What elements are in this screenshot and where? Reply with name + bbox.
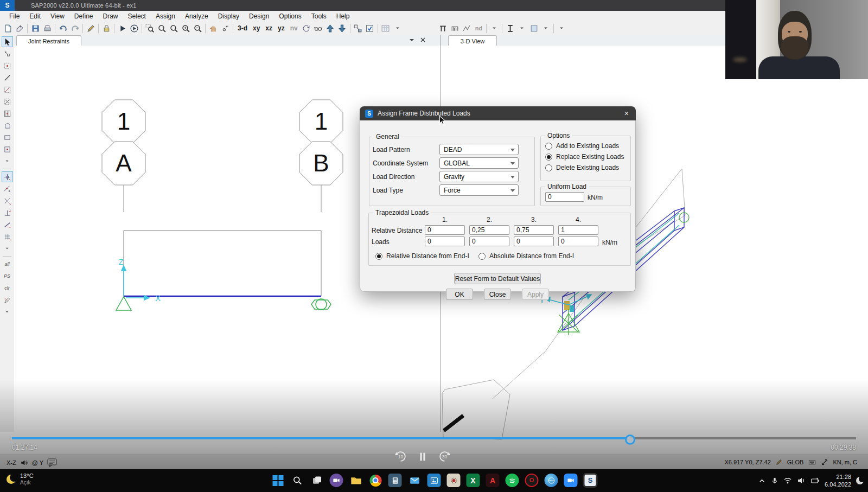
undo-icon[interactable] [57,23,69,34]
calculator-icon[interactable] [388,474,402,487]
snap-midpoints-icon[interactable] [2,183,13,194]
taskbar-clock[interactable]: 21:28 6.04.2022 [825,473,851,489]
rubber-band-zoom-icon[interactable] [144,23,156,34]
menu-design[interactable]: Design [244,11,274,21]
add-to-existing-loads-radio[interactable]: Add to Existing Loads [545,142,619,150]
relative-distance-1-input[interactable] [425,225,465,235]
snap-intersections-icon[interactable] [2,195,13,206]
file-explorer-icon[interactable] [349,474,363,487]
mail-icon[interactable] [408,474,422,487]
roller-support[interactable] [316,299,327,310]
print-icon[interactable] [41,23,53,34]
spotify-icon[interactable] [506,474,519,487]
relative-distance-from-end-i-radio[interactable]: Relative Distance from End-I [375,252,469,260]
draw-brace-icon[interactable] [461,23,473,34]
draw-wall-icon[interactable] [449,23,461,34]
menu-select[interactable]: Select [123,11,151,21]
video-progress-handle[interactable] [625,435,635,445]
quick-draw-frame-icon[interactable] [2,84,13,95]
view-nv-button[interactable]: nv [288,24,301,32]
absolute-distance-from-end-i-radio[interactable]: Absolute Distance from End-I [478,252,574,260]
zoom-in-icon[interactable] [180,23,192,34]
menu-help[interactable]: Help [331,11,355,21]
dropdown-chevron-icon[interactable] [392,23,404,34]
previous-zoom-icon[interactable] [168,23,180,34]
node-label-icon[interactable] [219,23,231,34]
close-button[interactable]: Close [484,289,511,300]
dropdown-chevron-icon[interactable] [540,23,552,34]
volume-tray-icon[interactable] [797,476,806,485]
load-4-input[interactable] [558,237,598,246]
reset-form-button[interactable]: Reset Form to Default Values [454,273,541,284]
pin-support[interactable] [116,297,131,310]
snap-lines-edges-icon[interactable] [2,219,13,230]
draw-rectangular-area-icon[interactable] [2,132,13,143]
units-select[interactable]: KN, m, C [833,459,857,465]
run-options-icon[interactable] [128,23,140,34]
move-down-gridline-icon[interactable] [336,23,348,34]
load-3-input[interactable] [514,237,554,246]
move-up-gridline-icon[interactable] [324,23,336,34]
dropdown-chevron-icon[interactable] [2,243,13,254]
pan-icon[interactable] [207,23,219,34]
ok-button[interactable]: OK [446,289,473,300]
dialog-titlebar[interactable]: S Assign Frame Distributed Loads × [360,106,636,120]
night-mode-icon[interactable] [856,477,864,484]
invisible-objects-icon[interactable] [2,295,13,305]
tab-3d-view[interactable]: 3-D View [448,35,497,46]
menu-assign[interactable]: Assign [151,11,180,21]
taskbar-weather-widget[interactable]: 13°C Açık [7,472,34,486]
perspective-icon[interactable] [312,23,324,34]
menu-view[interactable]: View [46,11,69,21]
tray-chevron-up-icon[interactable] [758,477,766,485]
task-view-icon[interactable] [310,474,324,487]
redo-icon[interactable] [69,23,81,34]
quick-draw-secondary-beams-icon[interactable] [2,108,13,119]
tab-joint-restraints[interactable]: Joint Restraints [16,35,81,46]
snap-joints-icon[interactable] [2,171,13,182]
view-xz-button[interactable]: xz [263,24,275,32]
view-3d-button[interactable]: 3-d [235,24,250,32]
chrome-icon[interactable] [369,474,382,487]
edge-browser-icon[interactable] [545,474,558,487]
pause-button[interactable] [417,451,429,463]
display-options-icon[interactable] [364,23,376,34]
menu-tools[interactable]: Tools [307,11,331,21]
snap-grid-icon[interactable] [2,231,13,242]
reshape-object-icon[interactable] [2,48,13,59]
relative-distance-2-input[interactable] [469,225,509,235]
zoom-out-icon[interactable] [192,23,203,34]
radio-icon[interactable] [545,143,552,150]
acrobat-icon[interactable]: A [486,474,500,487]
resize-arrows-icon[interactable] [821,458,828,466]
dialog-close-icon[interactable]: × [624,110,629,117]
load-pattern-select[interactable]: DEAD [439,144,519,155]
relative-distance-3-input[interactable] [514,225,554,235]
menu-draw[interactable]: Draw [98,11,123,21]
draw-special-joint-icon[interactable] [2,60,13,71]
apply-button[interactable]: Apply [522,289,549,300]
battery-tray-icon[interactable] [810,476,820,485]
quick-draw-area-icon[interactable] [2,144,13,155]
menu-options[interactable]: Options [274,11,306,21]
radio-icon[interactable] [545,154,552,161]
new-model-icon[interactable] [2,23,14,34]
uniform-load-input[interactable] [545,192,584,202]
replace-existing-loads-radio[interactable]: Replace Existing Loads [545,153,624,161]
load-direction-select[interactable]: Gravity [439,171,519,182]
skip-back-10-button[interactable]: 10 [394,450,407,463]
microphone-tray-icon[interactable] [771,477,778,484]
select-pointer-icon[interactable] [2,36,13,47]
dropdown-chevron-icon[interactable] [2,306,13,317]
radio-icon[interactable] [545,164,552,171]
refresh-window-icon[interactable] [85,23,97,34]
coordinate-system-select[interactable]: GLOBAL [439,157,519,169]
run-analysis-icon[interactable] [116,23,128,34]
save-icon[interactable] [29,23,41,34]
radio-icon[interactable] [478,253,486,260]
draw-frame-element-icon[interactable] [2,72,13,83]
sap2000-taskbar-icon[interactable]: S [584,474,597,487]
lock-model-icon[interactable] [100,23,112,34]
quick-draw-braces-icon[interactable] [2,96,13,107]
edit-pencil-icon[interactable] [775,458,783,466]
